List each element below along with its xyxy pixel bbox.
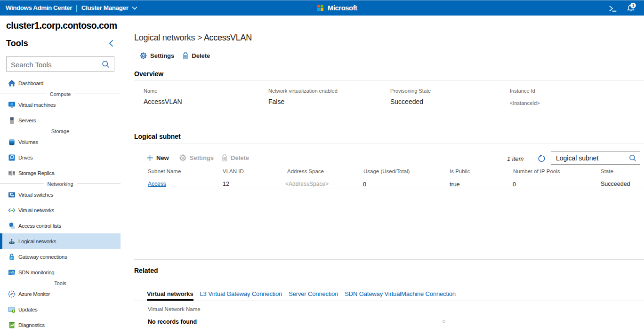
svg-text:1: 1 <box>632 3 635 8</box>
